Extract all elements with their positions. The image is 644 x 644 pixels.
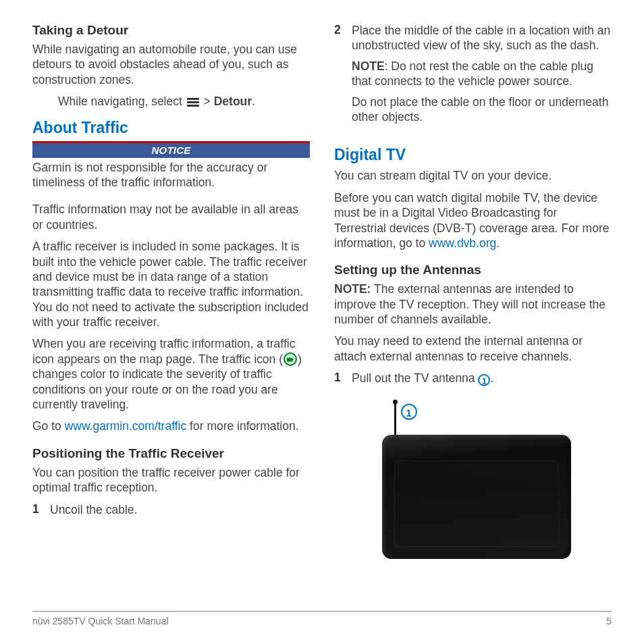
- step-2-text: Place the middle of the cable in a locat…: [352, 23, 612, 53]
- traffic-more-post: for more information.: [186, 419, 298, 433]
- antennas-note-label: NOTE:: [334, 282, 371, 296]
- detour-instruction: While navigating, select > Detour.: [58, 94, 310, 109]
- dvb-link[interactable]: www.dvb.org: [429, 236, 496, 250]
- antennas-note-text: The external antennas are intended to im…: [334, 282, 606, 326]
- page-footer: nüvi 2585TV Quick Start Manual 5: [32, 611, 612, 626]
- menu-icon: [187, 98, 199, 107]
- heading-digital-tv: Digital TV: [334, 146, 612, 164]
- digital-tv-p2: Before you can watch digital mobile TV, …: [334, 190, 612, 251]
- traffic-more-pre: Go to: [32, 419, 65, 433]
- traffic-icon-info: When you are receiving traffic informati…: [32, 336, 310, 412]
- traffic-more-info: Go to www.garmin.com/traffic for more in…: [32, 419, 310, 433]
- step-1-uncoil: 1 Uncoil the cable.: [32, 502, 310, 522]
- step-2-extra: Do not place the cable on the floor or u…: [352, 95, 612, 125]
- step-2-note: NOTE: Do not rest the cable on the cable…: [352, 59, 612, 89]
- step-2-note-text: : Do not rest the cable on the cable plu…: [352, 59, 593, 88]
- device-illustration: 1: [369, 401, 578, 563]
- detour-instr-bold: Detour: [214, 95, 252, 108]
- antenna-step-post: .: [490, 371, 493, 385]
- antennas-p2: You may need to extend the internal ante…: [334, 333, 612, 364]
- antenna-step-1-text: Pull out the TV antenna 1.: [352, 371, 493, 386]
- detour-instr-pre: While navigating, select: [58, 95, 186, 108]
- detour-instr-post: .: [252, 95, 255, 108]
- traffic-icon: [284, 352, 297, 366]
- heading-setting-antennas: Setting up the Antennas: [334, 263, 612, 277]
- antennas-note: NOTE: The external antennas are intended…: [334, 281, 612, 327]
- heading-positioning-receiver: Positioning the Traffic Receiver: [32, 446, 310, 461]
- heading-about-traffic: About Traffic: [32, 119, 310, 137]
- detour-description: While navigating an automobile route, yo…: [32, 42, 310, 87]
- receiver-positioning-text: You can position the traffic receiver po…: [32, 465, 310, 495]
- step-1-number: 1: [32, 502, 42, 522]
- garmin-traffic-link[interactable]: www.garmin.com/traffic: [65, 419, 187, 433]
- traffic-receiver-info: A traffic receiver is included in some p…: [32, 239, 310, 329]
- notice-text: Garmin is not responsible for the accura…: [32, 160, 310, 190]
- step-1-pull-antenna: 1 Pull out the TV antenna 1.: [334, 371, 612, 392]
- step-1-text: Uncoil the cable.: [50, 502, 137, 517]
- heading-taking-detour: Taking a Detour: [32, 23, 310, 38]
- traffic-icon-pre: When you are receiving traffic informati…: [32, 337, 295, 365]
- callout-1-icon: 1: [401, 404, 417, 420]
- antenna-step-pre: Pull out the TV antenna: [352, 371, 478, 385]
- callout-ref-1-icon: 1: [478, 374, 490, 386]
- device-body-graphic: [382, 435, 571, 559]
- step-2-note-label: NOTE: [352, 59, 385, 73]
- step-2-number: 2: [334, 23, 344, 130]
- step-2-place-cable: 2 Place the middle of the cable in a loc…: [334, 23, 612, 130]
- digital-tv-p2-post: .: [496, 236, 500, 250]
- digital-tv-p1: You can stream digital TV on your device…: [334, 168, 612, 183]
- traffic-availability: Traffic information may not be available…: [32, 202, 310, 232]
- antenna-step-1-number: 1: [334, 371, 344, 392]
- notice-label: NOTICE: [32, 141, 310, 158]
- footer-page-number: 5: [606, 616, 612, 626]
- detour-instr-mid: >: [204, 95, 214, 108]
- footer-manual-title: nüvi 2585TV Quick Start Manual: [32, 616, 169, 626]
